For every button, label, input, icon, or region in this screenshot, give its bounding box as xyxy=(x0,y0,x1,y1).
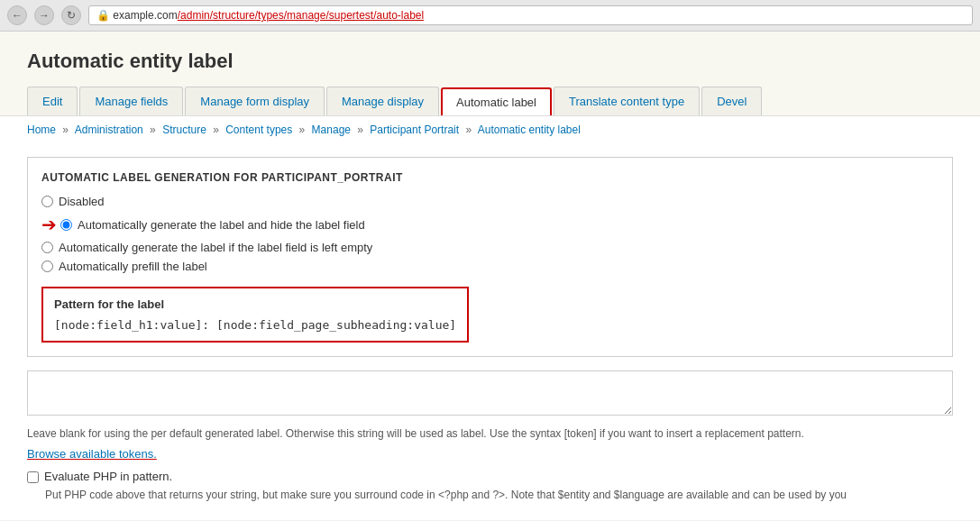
back-button[interactable]: ← xyxy=(7,5,27,25)
pattern-box: Pattern for the label [node:field_h1:val… xyxy=(41,287,469,343)
browser-chrome: ← → ↻ 🔒 example.com/admin/structure/type… xyxy=(0,0,980,32)
radio-auto-empty-label: Automatically generate the label if the … xyxy=(59,241,372,254)
refresh-button[interactable]: ↻ xyxy=(61,5,81,25)
radio-auto-hide[interactable]: Automatically generate the label and hid… xyxy=(60,218,365,232)
tab-manage-display[interactable]: Manage display xyxy=(326,87,439,115)
radio-auto-hide-input[interactable] xyxy=(60,219,72,231)
pattern-label: Pattern for the label xyxy=(54,297,456,311)
tab-devel[interactable]: Devel xyxy=(701,87,762,115)
help-text: Leave blank for using the per default ge… xyxy=(27,425,953,442)
breadcrumb-home[interactable]: Home xyxy=(27,123,56,136)
radio-auto-empty-input[interactable] xyxy=(41,242,53,253)
tabs: Edit Manage fields Manage form display M… xyxy=(27,87,953,115)
textarea-section xyxy=(27,370,953,418)
page-title: Automatic entity label xyxy=(27,50,953,73)
breadcrumb-content-types[interactable]: Content types xyxy=(225,123,292,136)
browse-tokens-link[interactable]: Browse available tokens. xyxy=(27,447,157,461)
pattern-textarea[interactable] xyxy=(27,370,953,416)
breadcrumb-participant-portrait[interactable]: Participant Portrait xyxy=(370,123,459,136)
radio-auto-empty[interactable]: Automatically generate the label if the … xyxy=(41,241,939,254)
radio-auto-hide-row: ➔ Automatically generate the label and h… xyxy=(41,214,939,235)
breadcrumb-manage[interactable]: Manage xyxy=(312,123,351,136)
php-help-text: Put PHP code above that returns your str… xyxy=(45,487,953,503)
php-checkbox-label[interactable]: Evaluate PHP in pattern. xyxy=(27,470,953,483)
radio-group: Disabled ➔ Automatically generate the la… xyxy=(41,195,939,273)
section-title: AUTOMATIC LABEL GENERATION FOR PARTICIPA… xyxy=(41,171,939,184)
tab-translate[interactable]: Translate content type xyxy=(554,87,700,115)
radio-disabled[interactable]: Disabled xyxy=(41,195,939,208)
radio-auto-hide-label: Automatically generate the label and hid… xyxy=(78,218,365,232)
main-content: AUTOMATIC LABEL GENERATION FOR PARTICIPA… xyxy=(0,143,980,516)
forward-button[interactable]: → xyxy=(34,5,54,25)
radio-auto-prefill[interactable]: Automatically prefill the label xyxy=(41,260,939,273)
tab-manage-form-display[interactable]: Manage form display xyxy=(185,87,325,115)
tab-manage-fields[interactable]: Manage fields xyxy=(79,87,183,115)
url-bar[interactable]: 🔒 example.com/admin/structure/types/mana… xyxy=(88,5,973,25)
tab-edit[interactable]: Edit xyxy=(27,87,78,115)
pattern-value: [node:field_h1:value]: [node:field_page_… xyxy=(54,318,456,332)
radio-auto-prefill-input[interactable] xyxy=(41,260,53,272)
radio-auto-prefill-label: Automatically prefill the label xyxy=(59,260,207,273)
php-checkbox-text: Evaluate PHP in pattern. xyxy=(44,470,172,483)
breadcrumb-auto-label[interactable]: Automatic entity label xyxy=(478,123,581,136)
auto-label-section: AUTOMATIC LABEL GENERATION FOR PARTICIPA… xyxy=(27,157,953,357)
red-arrow-indicator: ➔ xyxy=(41,214,57,235)
radio-disabled-label: Disabled xyxy=(59,195,105,208)
breadcrumb-structure[interactable]: Structure xyxy=(162,123,206,136)
breadcrumb-admin[interactable]: Administration xyxy=(75,123,143,136)
page-content: Automatic entity label Edit Manage field… xyxy=(0,32,980,520)
browse-tokens-container: Browse available tokens. xyxy=(27,447,953,461)
radio-disabled-input[interactable] xyxy=(41,196,53,207)
breadcrumb: Home » Administration » Structure » Cont… xyxy=(0,116,980,143)
page-header: Automatic entity label Edit Manage field… xyxy=(0,32,980,116)
php-checkbox-input[interactable] xyxy=(27,471,39,483)
tab-automatic-label[interactable]: Automatic label xyxy=(441,87,552,115)
